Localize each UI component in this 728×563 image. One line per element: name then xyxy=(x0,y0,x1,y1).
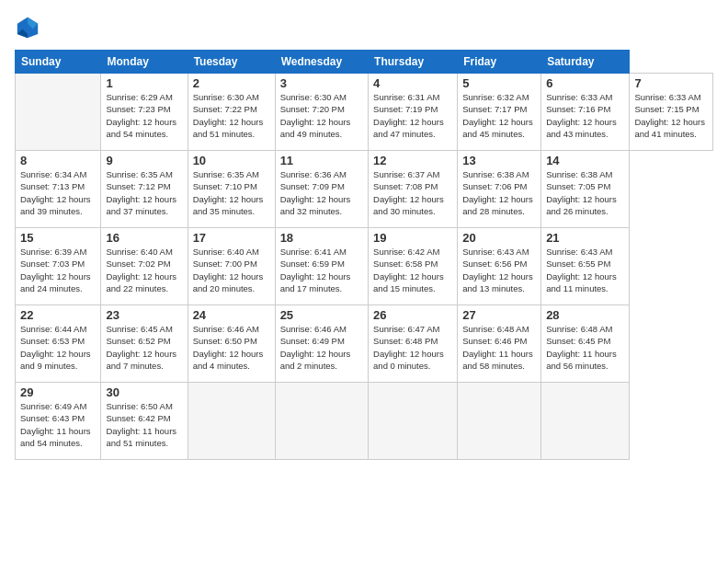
day-info: Sunrise: 6:48 AMSunset: 6:45 PMDaylight:… xyxy=(546,323,624,372)
day-number: 22 xyxy=(20,308,96,322)
day-number: 21 xyxy=(546,231,624,245)
day-info: Sunrise: 6:42 AMSunset: 6:58 PMDaylight:… xyxy=(373,246,452,294)
day-number: 1 xyxy=(106,76,182,90)
header-monday: Monday xyxy=(101,51,188,74)
day-info: Sunrise: 6:34 AMSunset: 7:13 PMDaylight:… xyxy=(20,168,96,217)
header xyxy=(15,15,713,40)
day-number: 2 xyxy=(193,76,270,90)
day-number: 18 xyxy=(280,231,363,245)
day-number: 28 xyxy=(546,308,624,322)
day-info: Sunrise: 6:33 AMSunset: 7:15 PMDaylight:… xyxy=(634,91,708,140)
calendar-cell: 2Sunrise: 6:30 AMSunset: 7:22 PMDaylight… xyxy=(188,74,275,151)
day-info: Sunrise: 6:38 AMSunset: 7:05 PMDaylight:… xyxy=(546,168,624,217)
day-number: 13 xyxy=(462,154,536,167)
calendar-cell xyxy=(541,383,630,460)
calendar-cell: 16Sunrise: 6:40 AMSunset: 7:02 PMDayligh… xyxy=(101,228,188,305)
calendar-cell: 7Sunrise: 6:33 AMSunset: 7:15 PMDaylight… xyxy=(630,74,713,151)
calendar-cell: 21Sunrise: 6:43 AMSunset: 6:55 PMDayligh… xyxy=(541,228,630,305)
calendar-cell: 26Sunrise: 6:47 AMSunset: 6:48 PMDayligh… xyxy=(369,305,458,383)
calendar-cell: 12Sunrise: 6:37 AMSunset: 7:08 PMDayligh… xyxy=(369,151,458,228)
calendar-cell: 24Sunrise: 6:46 AMSunset: 6:50 PMDayligh… xyxy=(188,305,275,383)
calendar-table: SundayMondayTuesdayWednesdayThursdayFrid… xyxy=(15,50,713,460)
day-number: 9 xyxy=(106,154,182,167)
header-wednesday: Wednesday xyxy=(275,51,368,74)
calendar-cell: 28Sunrise: 6:48 AMSunset: 6:45 PMDayligh… xyxy=(541,305,630,383)
header-saturday: Saturday xyxy=(541,51,630,74)
day-info: Sunrise: 6:45 AMSunset: 6:52 PMDaylight:… xyxy=(106,323,182,372)
day-number: 15 xyxy=(20,231,96,245)
day-number: 25 xyxy=(280,308,363,322)
header-tuesday: Tuesday xyxy=(188,51,275,74)
calendar-cell: 27Sunrise: 6:48 AMSunset: 6:46 PMDayligh… xyxy=(458,305,541,383)
day-info: Sunrise: 6:32 AMSunset: 7:17 PMDaylight:… xyxy=(462,91,536,140)
day-number: 11 xyxy=(280,154,363,167)
day-info: Sunrise: 6:39 AMSunset: 7:03 PMDaylight:… xyxy=(20,246,96,294)
page: SundayMondayTuesdayWednesdayThursdayFrid… xyxy=(0,0,728,563)
day-number: 12 xyxy=(373,154,452,167)
calendar-cell: 25Sunrise: 6:46 AMSunset: 6:49 PMDayligh… xyxy=(275,305,368,383)
day-info: Sunrise: 6:40 AMSunset: 7:02 PMDaylight:… xyxy=(106,246,182,294)
calendar-cell: 4Sunrise: 6:31 AMSunset: 7:19 PMDaylight… xyxy=(369,74,458,151)
calendar-week-row: 22Sunrise: 6:44 AMSunset: 6:53 PMDayligh… xyxy=(16,305,713,383)
day-info: Sunrise: 6:40 AMSunset: 7:00 PMDaylight:… xyxy=(193,246,270,294)
calendar-cell: 23Sunrise: 6:45 AMSunset: 6:52 PMDayligh… xyxy=(101,305,188,383)
day-info: Sunrise: 6:48 AMSunset: 6:46 PMDaylight:… xyxy=(462,323,536,372)
calendar-header-row: SundayMondayTuesdayWednesdayThursdayFrid… xyxy=(16,51,713,74)
calendar-cell: 9Sunrise: 6:35 AMSunset: 7:12 PMDaylight… xyxy=(101,151,188,228)
day-info: Sunrise: 6:46 AMSunset: 6:50 PMDaylight:… xyxy=(193,323,270,372)
logo xyxy=(15,15,44,40)
day-number: 16 xyxy=(106,231,182,245)
calendar-cell: 19Sunrise: 6:42 AMSunset: 6:58 PMDayligh… xyxy=(369,228,458,305)
day-number: 26 xyxy=(373,308,452,322)
calendar-cell: 6Sunrise: 6:33 AMSunset: 7:16 PMDaylight… xyxy=(541,74,630,151)
day-number: 17 xyxy=(193,231,270,245)
logo-icon xyxy=(15,15,40,40)
calendar-cell: 30Sunrise: 6:50 AMSunset: 6:42 PMDayligh… xyxy=(101,383,188,460)
day-info: Sunrise: 6:41 AMSunset: 6:59 PMDaylight:… xyxy=(280,246,363,294)
calendar-cell xyxy=(275,383,368,460)
calendar-week-row: 15Sunrise: 6:39 AMSunset: 7:03 PMDayligh… xyxy=(16,228,713,305)
day-number: 30 xyxy=(106,385,182,399)
day-number: 20 xyxy=(462,231,536,245)
day-number: 4 xyxy=(373,76,452,90)
calendar-cell: 14Sunrise: 6:38 AMSunset: 7:05 PMDayligh… xyxy=(541,151,630,228)
day-info: Sunrise: 6:50 AMSunset: 6:42 PMDaylight:… xyxy=(106,400,182,449)
calendar-cell: 10Sunrise: 6:35 AMSunset: 7:10 PMDayligh… xyxy=(188,151,275,228)
calendar-week-row: 8Sunrise: 6:34 AMSunset: 7:13 PMDaylight… xyxy=(16,151,713,228)
day-number: 10 xyxy=(193,154,270,167)
calendar-cell: 5Sunrise: 6:32 AMSunset: 7:17 PMDaylight… xyxy=(458,74,541,151)
calendar-cell: 1Sunrise: 6:29 AMSunset: 7:23 PMDaylight… xyxy=(101,74,188,151)
calendar-week-row: 29Sunrise: 6:49 AMSunset: 6:43 PMDayligh… xyxy=(16,383,713,460)
day-info: Sunrise: 6:37 AMSunset: 7:08 PMDaylight:… xyxy=(373,168,452,217)
calendar-cell: 29Sunrise: 6:49 AMSunset: 6:43 PMDayligh… xyxy=(16,383,101,460)
day-number: 29 xyxy=(20,385,96,399)
day-info: Sunrise: 6:35 AMSunset: 7:10 PMDaylight:… xyxy=(193,168,270,217)
calendar-cell: 3Sunrise: 6:30 AMSunset: 7:20 PMDaylight… xyxy=(275,74,368,151)
calendar-week-row: 1Sunrise: 6:29 AMSunset: 7:23 PMDaylight… xyxy=(16,74,713,151)
calendar-cell: 11Sunrise: 6:36 AMSunset: 7:09 PMDayligh… xyxy=(275,151,368,228)
day-number: 27 xyxy=(462,308,536,322)
day-info: Sunrise: 6:49 AMSunset: 6:43 PMDaylight:… xyxy=(20,400,96,449)
calendar-cell: 15Sunrise: 6:39 AMSunset: 7:03 PMDayligh… xyxy=(16,228,101,305)
day-number: 8 xyxy=(20,154,96,167)
calendar-cell: 20Sunrise: 6:43 AMSunset: 6:56 PMDayligh… xyxy=(458,228,541,305)
calendar-cell xyxy=(369,383,458,460)
day-info: Sunrise: 6:44 AMSunset: 6:53 PMDaylight:… xyxy=(20,323,96,372)
calendar-cell xyxy=(188,383,275,460)
day-number: 23 xyxy=(106,308,182,322)
day-number: 7 xyxy=(634,76,708,90)
day-number: 6 xyxy=(546,76,624,90)
day-info: Sunrise: 6:35 AMSunset: 7:12 PMDaylight:… xyxy=(106,168,182,217)
empty-cell xyxy=(16,74,101,151)
calendar-cell: 18Sunrise: 6:41 AMSunset: 6:59 PMDayligh… xyxy=(275,228,368,305)
day-number: 14 xyxy=(546,154,624,167)
day-info: Sunrise: 6:31 AMSunset: 7:19 PMDaylight:… xyxy=(373,91,452,140)
day-info: Sunrise: 6:29 AMSunset: 7:23 PMDaylight:… xyxy=(106,91,182,140)
header-friday: Friday xyxy=(458,51,541,74)
day-info: Sunrise: 6:30 AMSunset: 7:20 PMDaylight:… xyxy=(280,91,363,140)
header-sunday: Sunday xyxy=(16,51,101,74)
day-info: Sunrise: 6:36 AMSunset: 7:09 PMDaylight:… xyxy=(280,168,363,217)
day-info: Sunrise: 6:43 AMSunset: 6:55 PMDaylight:… xyxy=(546,246,624,294)
header-thursday: Thursday xyxy=(369,51,458,74)
day-info: Sunrise: 6:33 AMSunset: 7:16 PMDaylight:… xyxy=(546,91,624,140)
